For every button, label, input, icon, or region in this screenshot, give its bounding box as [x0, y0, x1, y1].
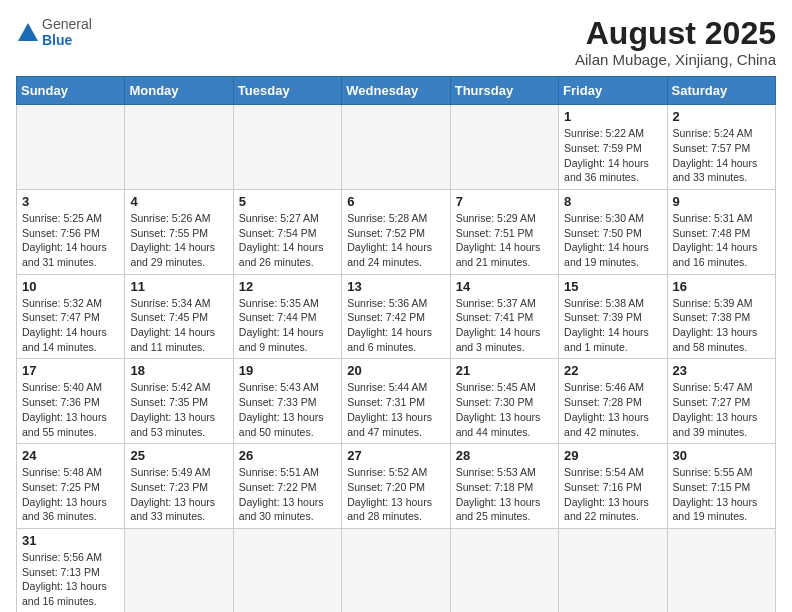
calendar-header-row: SundayMondayTuesdayWednesdayThursdayFrid…: [17, 77, 776, 105]
calendar-day-cell: 20Sunrise: 5:44 AM Sunset: 7:31 PM Dayli…: [342, 359, 450, 444]
calendar-day-cell: 3Sunrise: 5:25 AM Sunset: 7:56 PM Daylig…: [17, 189, 125, 274]
calendar-day-cell: 23Sunrise: 5:47 AM Sunset: 7:27 PM Dayli…: [667, 359, 775, 444]
location-subtitle: Ailan Mubage, Xinjiang, China: [575, 51, 776, 68]
day-info: Sunrise: 5:39 AM Sunset: 7:38 PM Dayligh…: [673, 296, 770, 355]
day-info: Sunrise: 5:29 AM Sunset: 7:51 PM Dayligh…: [456, 211, 553, 270]
calendar-day-cell: 25Sunrise: 5:49 AM Sunset: 7:23 PM Dayli…: [125, 444, 233, 529]
calendar-day-cell: 8Sunrise: 5:30 AM Sunset: 7:50 PM Daylig…: [559, 189, 667, 274]
day-info: Sunrise: 5:43 AM Sunset: 7:33 PM Dayligh…: [239, 380, 336, 439]
calendar-day-cell: 24Sunrise: 5:48 AM Sunset: 7:25 PM Dayli…: [17, 444, 125, 529]
day-number: 4: [130, 194, 227, 209]
calendar-day-cell: 12Sunrise: 5:35 AM Sunset: 7:44 PM Dayli…: [233, 274, 341, 359]
calendar-day-cell: [667, 528, 775, 612]
calendar-day-cell: 30Sunrise: 5:55 AM Sunset: 7:15 PM Dayli…: [667, 444, 775, 529]
calendar-day-cell: 9Sunrise: 5:31 AM Sunset: 7:48 PM Daylig…: [667, 189, 775, 274]
day-number: 11: [130, 279, 227, 294]
calendar-day-cell: 11Sunrise: 5:34 AM Sunset: 7:45 PM Dayli…: [125, 274, 233, 359]
title-section: August 2025 Ailan Mubage, Xinjiang, Chin…: [575, 16, 776, 68]
day-number: 3: [22, 194, 119, 209]
calendar-day-header: Sunday: [17, 77, 125, 105]
day-info: Sunrise: 5:47 AM Sunset: 7:27 PM Dayligh…: [673, 380, 770, 439]
calendar-day-header: Wednesday: [342, 77, 450, 105]
day-number: 25: [130, 448, 227, 463]
day-number: 21: [456, 363, 553, 378]
day-info: Sunrise: 5:54 AM Sunset: 7:16 PM Dayligh…: [564, 465, 661, 524]
calendar-day-header: Friday: [559, 77, 667, 105]
calendar-day-cell: 5Sunrise: 5:27 AM Sunset: 7:54 PM Daylig…: [233, 189, 341, 274]
day-number: 10: [22, 279, 119, 294]
calendar-day-cell: [450, 528, 558, 612]
calendar-day-cell: 18Sunrise: 5:42 AM Sunset: 7:35 PM Dayli…: [125, 359, 233, 444]
day-number: 27: [347, 448, 444, 463]
logo-blue-text: Blue: [42, 32, 92, 48]
calendar-day-header: Saturday: [667, 77, 775, 105]
day-number: 24: [22, 448, 119, 463]
logo-words: General Blue: [42, 16, 92, 48]
day-number: 23: [673, 363, 770, 378]
calendar-day-cell: 28Sunrise: 5:53 AM Sunset: 7:18 PM Dayli…: [450, 444, 558, 529]
calendar-day-cell: 17Sunrise: 5:40 AM Sunset: 7:36 PM Dayli…: [17, 359, 125, 444]
day-number: 26: [239, 448, 336, 463]
calendar-day-cell: 7Sunrise: 5:29 AM Sunset: 7:51 PM Daylig…: [450, 189, 558, 274]
day-number: 6: [347, 194, 444, 209]
calendar-week-row: 10Sunrise: 5:32 AM Sunset: 7:47 PM Dayli…: [17, 274, 776, 359]
day-number: 2: [673, 109, 770, 124]
day-info: Sunrise: 5:42 AM Sunset: 7:35 PM Dayligh…: [130, 380, 227, 439]
calendar-day-cell: 26Sunrise: 5:51 AM Sunset: 7:22 PM Dayli…: [233, 444, 341, 529]
calendar-day-cell: 6Sunrise: 5:28 AM Sunset: 7:52 PM Daylig…: [342, 189, 450, 274]
day-info: Sunrise: 5:56 AM Sunset: 7:13 PM Dayligh…: [22, 550, 119, 609]
calendar-day-cell: [17, 105, 125, 190]
calendar-week-row: 31Sunrise: 5:56 AM Sunset: 7:13 PM Dayli…: [17, 528, 776, 612]
calendar-day-cell: [342, 528, 450, 612]
calendar-day-cell: 31Sunrise: 5:56 AM Sunset: 7:13 PM Dayli…: [17, 528, 125, 612]
calendar-day-cell: [125, 105, 233, 190]
day-info: Sunrise: 5:37 AM Sunset: 7:41 PM Dayligh…: [456, 296, 553, 355]
day-number: 19: [239, 363, 336, 378]
day-info: Sunrise: 5:35 AM Sunset: 7:44 PM Dayligh…: [239, 296, 336, 355]
calendar-week-row: 1Sunrise: 5:22 AM Sunset: 7:59 PM Daylig…: [17, 105, 776, 190]
day-number: 5: [239, 194, 336, 209]
day-info: Sunrise: 5:36 AM Sunset: 7:42 PM Dayligh…: [347, 296, 444, 355]
day-number: 22: [564, 363, 661, 378]
calendar-day-cell: 19Sunrise: 5:43 AM Sunset: 7:33 PM Dayli…: [233, 359, 341, 444]
day-info: Sunrise: 5:55 AM Sunset: 7:15 PM Dayligh…: [673, 465, 770, 524]
calendar-day-cell: 15Sunrise: 5:38 AM Sunset: 7:39 PM Dayli…: [559, 274, 667, 359]
day-info: Sunrise: 5:34 AM Sunset: 7:45 PM Dayligh…: [130, 296, 227, 355]
calendar-day-cell: [233, 105, 341, 190]
day-number: 7: [456, 194, 553, 209]
day-number: 30: [673, 448, 770, 463]
day-info: Sunrise: 5:40 AM Sunset: 7:36 PM Dayligh…: [22, 380, 119, 439]
calendar-day-cell: 2Sunrise: 5:24 AM Sunset: 7:57 PM Daylig…: [667, 105, 775, 190]
day-info: Sunrise: 5:53 AM Sunset: 7:18 PM Dayligh…: [456, 465, 553, 524]
day-number: 16: [673, 279, 770, 294]
logo-triangle-icon: [18, 23, 38, 41]
calendar-day-cell: 22Sunrise: 5:46 AM Sunset: 7:28 PM Dayli…: [559, 359, 667, 444]
month-year-title: August 2025: [575, 16, 776, 51]
day-number: 14: [456, 279, 553, 294]
calendar-day-cell: 4Sunrise: 5:26 AM Sunset: 7:55 PM Daylig…: [125, 189, 233, 274]
day-info: Sunrise: 5:44 AM Sunset: 7:31 PM Dayligh…: [347, 380, 444, 439]
day-info: Sunrise: 5:28 AM Sunset: 7:52 PM Dayligh…: [347, 211, 444, 270]
logo-container: General Blue: [16, 16, 92, 48]
day-info: Sunrise: 5:32 AM Sunset: 7:47 PM Dayligh…: [22, 296, 119, 355]
day-info: Sunrise: 5:52 AM Sunset: 7:20 PM Dayligh…: [347, 465, 444, 524]
day-info: Sunrise: 5:22 AM Sunset: 7:59 PM Dayligh…: [564, 126, 661, 185]
calendar-table: SundayMondayTuesdayWednesdayThursdayFrid…: [16, 76, 776, 612]
logo-general-text: General: [42, 16, 92, 32]
calendar-day-cell: [450, 105, 558, 190]
page-header: General Blue August 2025 Ailan Mubage, X…: [16, 16, 776, 68]
day-number: 20: [347, 363, 444, 378]
day-number: 17: [22, 363, 119, 378]
calendar-day-cell: 27Sunrise: 5:52 AM Sunset: 7:20 PM Dayli…: [342, 444, 450, 529]
calendar-day-cell: [559, 528, 667, 612]
calendar-week-row: 24Sunrise: 5:48 AM Sunset: 7:25 PM Dayli…: [17, 444, 776, 529]
calendar-day-cell: [125, 528, 233, 612]
day-number: 12: [239, 279, 336, 294]
day-number: 1: [564, 109, 661, 124]
calendar-day-cell: 10Sunrise: 5:32 AM Sunset: 7:47 PM Dayli…: [17, 274, 125, 359]
calendar-day-cell: 16Sunrise: 5:39 AM Sunset: 7:38 PM Dayli…: [667, 274, 775, 359]
day-number: 13: [347, 279, 444, 294]
day-info: Sunrise: 5:46 AM Sunset: 7:28 PM Dayligh…: [564, 380, 661, 439]
day-info: Sunrise: 5:24 AM Sunset: 7:57 PM Dayligh…: [673, 126, 770, 185]
day-number: 28: [456, 448, 553, 463]
